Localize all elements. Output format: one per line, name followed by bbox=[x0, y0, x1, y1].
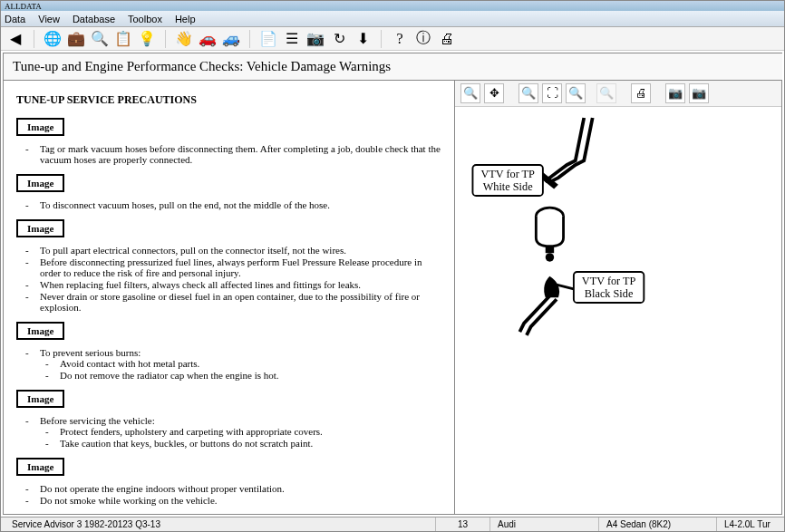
status-version: Service Advisor 3 1982-20123 Q3-13 bbox=[5, 517, 436, 531]
svg-point-2 bbox=[546, 253, 554, 261]
menubar: Data View Database Toolbox Help bbox=[1, 11, 784, 27]
zoom-disabled-icon: 🔍 bbox=[596, 83, 616, 103]
print-image-icon[interactable]: 🖨 bbox=[631, 83, 651, 103]
menu-view[interactable]: View bbox=[38, 14, 60, 24]
list-item: To prevent serious burns: Avoid contact … bbox=[33, 347, 441, 381]
menu-toolbox[interactable]: Toolbox bbox=[128, 14, 162, 24]
tips-icon[interactable]: 💡 bbox=[138, 30, 156, 48]
list-item: Never drain or store gasoline or diesel … bbox=[33, 291, 441, 313]
zoom-in-icon[interactable]: 🔍 bbox=[460, 83, 480, 103]
car-icon[interactable]: 🚙 bbox=[222, 30, 240, 48]
menu-data[interactable]: Data bbox=[5, 14, 25, 24]
menu-help[interactable]: Help bbox=[175, 14, 196, 24]
separator bbox=[165, 30, 166, 48]
diagram-label: VTV for TP bbox=[480, 168, 535, 180]
lines-icon[interactable]: ☰ bbox=[283, 30, 301, 48]
bullet-list: Tag or mark vacuum hoses before disconne… bbox=[33, 143, 441, 165]
separator bbox=[381, 30, 382, 48]
image-button[interactable]: Image bbox=[16, 322, 64, 340]
bullet-list: Do not operate the engine indoors withou… bbox=[33, 483, 441, 506]
image-pane: 🔍 ✥ 🔍 ⛶ 🔍 🔍 🖨 📷 📷 bbox=[455, 81, 781, 514]
list-item: When replacing fuel filters, always chec… bbox=[33, 279, 441, 290]
status-num: 13 bbox=[436, 517, 490, 531]
separator bbox=[249, 30, 250, 48]
breadcrumb-text: Tune-up and Engine Performance Checks: V… bbox=[13, 59, 391, 73]
vtv-diagram: VTV for TP White Side VTV for TP Black S… bbox=[464, 116, 772, 513]
camera2-icon[interactable]: 📷 bbox=[689, 83, 709, 103]
refresh-icon[interactable]: ↻ bbox=[330, 30, 348, 48]
back-icon[interactable]: ◀ bbox=[6, 30, 24, 48]
image-button[interactable]: Image bbox=[16, 458, 64, 476]
search-icon[interactable]: 🔍 bbox=[91, 30, 109, 48]
list-item: Before disconnecting pressurized fuel li… bbox=[33, 256, 441, 278]
download-icon[interactable]: ⬇ bbox=[354, 30, 372, 48]
bullet-list: To pull apart electrical connectors, pul… bbox=[33, 245, 441, 313]
diagram-view[interactable]: VTV for TP White Side VTV for TP Black S… bbox=[455, 107, 781, 515]
image-button[interactable]: Image bbox=[16, 118, 64, 136]
new-car-icon[interactable]: 🚗 bbox=[199, 30, 217, 48]
list-item: Do not remove the radiator cap when the … bbox=[53, 370, 441, 381]
globe-icon[interactable]: 🌐 bbox=[44, 30, 62, 48]
menu-database[interactable]: Database bbox=[73, 14, 115, 24]
bullet-list: Before servicing the vehicle: Protect fe… bbox=[33, 415, 441, 449]
list-item: To disconnect vacuum hoses, pull on the … bbox=[33, 199, 441, 210]
form-icon[interactable]: 📋 bbox=[114, 30, 132, 48]
window-title: ALLDATA bbox=[5, 2, 42, 11]
hand-icon[interactable]: 👋 bbox=[175, 30, 193, 48]
breadcrumb: Tune-up and Engine Performance Checks: V… bbox=[3, 53, 782, 81]
bullet-list: To prevent serious burns: Avoid contact … bbox=[33, 347, 441, 381]
camera1-icon[interactable]: 📷 bbox=[665, 83, 685, 103]
list-item: To pull apart electrical connectors, pul… bbox=[33, 245, 441, 256]
pan-icon[interactable]: ✥ bbox=[484, 83, 504, 103]
statusbar: Service Advisor 3 1982-20123 Q3-13 13 Au… bbox=[1, 517, 784, 531]
image-button[interactable]: Image bbox=[16, 219, 64, 237]
zoom-area-icon[interactable]: 🔍 bbox=[518, 83, 538, 103]
list-item: Do not operate the engine indoors withou… bbox=[33, 483, 441, 494]
diagram-label: VTV for TP bbox=[582, 275, 636, 287]
list-item: Tag or mark vacuum hoses before disconne… bbox=[33, 143, 441, 165]
image-toolbar: 🔍 ✥ 🔍 ⛶ 🔍 🔍 🖨 📷 📷 bbox=[455, 81, 781, 107]
zoom-fit-icon[interactable]: ⛶ bbox=[542, 83, 562, 103]
separator bbox=[34, 30, 34, 48]
status-make: Audi bbox=[490, 517, 599, 531]
section-heading: TUNE-UP SERVICE PRECAUTIONS bbox=[16, 93, 441, 107]
help-icon[interactable]: ? bbox=[391, 30, 409, 48]
camera-icon[interactable]: 📷 bbox=[306, 30, 325, 48]
status-engine: L4-2.0L Tur bbox=[717, 517, 780, 531]
print-icon[interactable]: 🖨 bbox=[438, 30, 456, 48]
zoom-out-icon[interactable]: 🔍 bbox=[566, 83, 586, 103]
titlebar: ALLDATA bbox=[1, 1, 784, 11]
status-model: A4 Sedan (8K2) bbox=[599, 517, 717, 531]
diagram-label: Black Side bbox=[585, 287, 634, 300]
image-button[interactable]: Image bbox=[16, 390, 64, 408]
bullet-list: To disconnect vacuum hoses, pull on the … bbox=[33, 199, 441, 210]
main-toolbar: ◀ 🌐 💼 🔍 📋 💡 👋 🚗 🚙 📄 ☰ 📷 ↻ ⬇ ? ⓘ 🖨 bbox=[1, 27, 784, 51]
info-icon[interactable]: ⓘ bbox=[414, 30, 432, 48]
list-item: Before servicing the vehicle: Protect fe… bbox=[33, 415, 441, 449]
list-icon[interactable]: 📄 bbox=[259, 30, 277, 48]
list-item: Protect fenders, upholstery and carpetin… bbox=[53, 426, 441, 437]
list-item: Avoid contact with hot metal parts. bbox=[53, 358, 441, 369]
list-item: Do not smoke while working on the vehicl… bbox=[33, 495, 441, 506]
list-item: Take caution that keys, buckles, or butt… bbox=[53, 438, 441, 449]
diagram-label: White Side bbox=[483, 180, 533, 193]
content-pane: TUNE-UP SERVICE PRECAUTIONS Image Tag or… bbox=[4, 81, 455, 514]
briefcase-icon[interactable]: 💼 bbox=[67, 30, 85, 48]
image-button[interactable]: Image bbox=[16, 174, 64, 192]
